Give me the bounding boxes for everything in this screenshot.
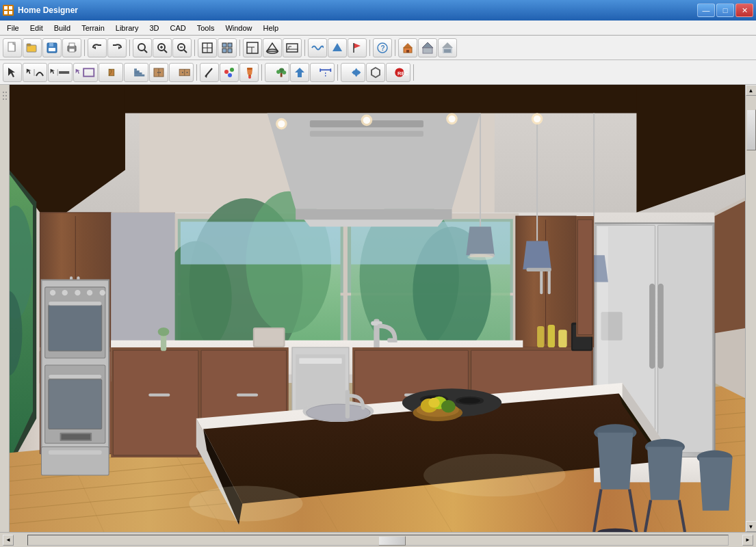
svg-point-18	[138, 44, 145, 51]
select-tool-button[interactable]	[3, 63, 22, 82]
svg-marker-247	[647, 446, 683, 500]
house-button[interactable]	[398, 38, 417, 57]
redo-button[interactable]	[107, 38, 127, 57]
arrow-up-button[interactable]	[328, 38, 347, 57]
svg-rect-1	[4, 6, 8, 10]
fit-screen-button[interactable]	[198, 38, 217, 57]
elevation-button[interactable]	[283, 38, 302, 57]
menu-terrain[interactable]: Terrain	[76, 23, 110, 34]
svg-rect-62	[134, 72, 142, 75]
record-button[interactable]: REC	[386, 63, 410, 82]
svg-point-173	[50, 290, 55, 295]
svg-point-176	[87, 290, 92, 295]
status-bar: ◄ ►	[0, 532, 756, 547]
svg-point-67	[157, 72, 159, 73]
arc-tool-button[interactable]	[23, 63, 47, 82]
menu-edit[interactable]: Edit	[25, 23, 49, 34]
menu-tools[interactable]: Tools	[192, 23, 220, 34]
toolbar2-sep1	[196, 64, 197, 81]
print-button[interactable]	[62, 38, 81, 57]
svg-rect-155	[296, 209, 452, 220]
zoom-button[interactable]	[133, 38, 152, 57]
undo-button[interactable]	[88, 38, 107, 57]
dimension-tool-button[interactable]	[310, 63, 335, 82]
handle-dots	[3, 92, 7, 93]
view3d-button[interactable]	[263, 38, 282, 57]
new-button[interactable]	[3, 38, 22, 57]
menu-file[interactable]: File	[1, 23, 25, 34]
svg-rect-171	[49, 305, 102, 351]
svg-rect-218	[527, 268, 551, 271]
svg-rect-15	[69, 49, 75, 52]
scroll-down-arrow[interactable]: ▼	[746, 521, 757, 532]
handle-dots2	[3, 95, 7, 96]
cabinet2-tool-button[interactable]	[169, 63, 194, 82]
flag-button[interactable]	[348, 38, 367, 57]
save-button[interactable]	[42, 38, 62, 57]
material-tool-button[interactable]	[220, 63, 239, 82]
svg-rect-12	[49, 48, 55, 51]
toolbar2-sep2	[261, 64, 262, 81]
handle-dot	[3, 95, 4, 96]
scroll-left-arrow[interactable]: ◄	[3, 535, 14, 546]
zoom-in-button[interactable]	[153, 38, 172, 57]
draw-tool-button[interactable]	[200, 63, 219, 82]
roof-button[interactable]	[418, 38, 437, 57]
paint-tool-button[interactable]	[239, 63, 259, 82]
menu-library[interactable]: Library	[110, 23, 144, 34]
menu-help[interactable]: Help	[258, 23, 285, 34]
menu-3d[interactable]: 3D	[144, 23, 164, 34]
svg-line-19	[144, 50, 147, 53]
svg-rect-3	[4, 11, 8, 14]
door-tool-button[interactable]	[99, 63, 123, 82]
handle-dot	[5, 92, 7, 93]
open-button[interactable]	[23, 38, 42, 57]
move-tool-button[interactable]	[341, 63, 365, 82]
svg-rect-46	[406, 50, 409, 53]
svg-point-264	[363, 117, 370, 124]
svg-rect-30	[222, 43, 226, 47]
menu-build[interactable]: Build	[49, 23, 76, 34]
floor-plan-button[interactable]	[243, 38, 262, 57]
tile-button[interactable]	[218, 38, 237, 57]
scroll-thumb[interactable]	[746, 109, 756, 150]
garage-button[interactable]	[438, 38, 457, 57]
plant-tool-button[interactable]	[265, 63, 289, 82]
right-scrollbar[interactable]: ▲ ▼	[745, 85, 756, 532]
zoom-out-button[interactable]	[172, 38, 192, 57]
help-button[interactable]: ?	[373, 38, 392, 57]
svg-rect-48	[423, 48, 432, 53]
menu-window[interactable]: Window	[220, 23, 257, 34]
svg-rect-254	[558, 330, 566, 347]
handle-dots3	[3, 98, 7, 100]
menu-bar: File Edit Build Terrain Library 3D CAD T…	[0, 21, 756, 36]
horizontal-scroll-track[interactable]	[27, 535, 729, 546]
horizontal-scroll-thumb[interactable]	[378, 536, 406, 546]
scroll-up-arrow[interactable]: ▲	[746, 85, 757, 96]
wall-tool-button[interactable]	[48, 63, 73, 82]
hex-tool-button[interactable]	[366, 63, 385, 82]
wave-button[interactable]	[308, 38, 327, 57]
canvas-area[interactable]	[10, 85, 745, 532]
svg-marker-55	[51, 68, 55, 73]
arrow-tool-button[interactable]	[290, 63, 309, 82]
minimize-button[interactable]: —	[697, 3, 715, 17]
stair-tool-button[interactable]	[124, 63, 148, 82]
maximize-button[interactable]: □	[716, 3, 734, 17]
scroll-track[interactable]	[746, 96, 757, 521]
cabinet-tool-button[interactable]	[149, 63, 168, 82]
room-tool-button[interactable]	[73, 63, 98, 82]
svg-rect-14	[69, 43, 75, 46]
svg-rect-38	[287, 44, 298, 52]
svg-point-239	[428, 398, 440, 408]
left-handle-inner	[2, 92, 8, 100]
menu-cad[interactable]: CAD	[164, 23, 191, 34]
toolbar-sep2	[129, 40, 130, 56]
toolbar1: ?	[0, 36, 756, 60]
scroll-right-arrow[interactable]: ►	[742, 535, 753, 546]
svg-marker-79	[247, 70, 252, 75]
close-button[interactable]: ✕	[735, 3, 753, 17]
svg-point-268	[534, 116, 540, 122]
toolbar-sep7	[395, 40, 395, 56]
svg-point-75	[224, 70, 229, 74]
